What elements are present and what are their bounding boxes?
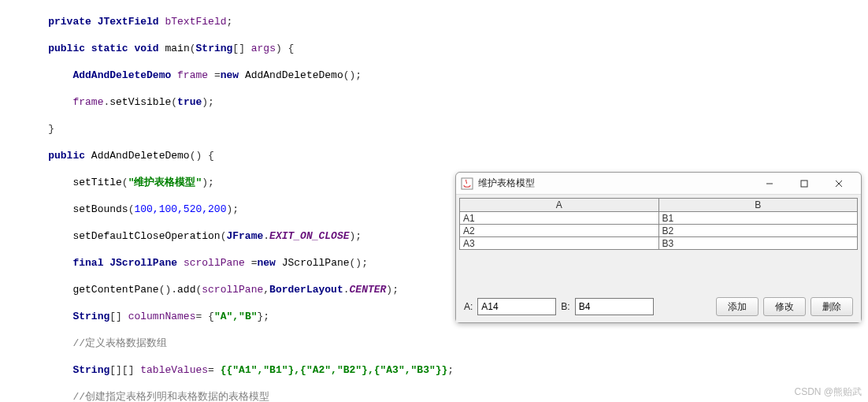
table-cell[interactable]: B1 [658,212,858,225]
titlebar[interactable]: 维护表格模型 [456,173,861,195]
maximize-button[interactable] [787,173,822,194]
minimize-icon [766,180,773,188]
app-window: 维护表格模型 A B A1 B1 [455,172,862,323]
svg-rect-2 [801,181,807,187]
input-a[interactable] [477,298,556,315]
minimize-button[interactable] [752,173,787,194]
table-header-a[interactable]: A [460,199,659,212]
table-empty-area [459,250,858,294]
table-cell[interactable]: B2 [658,225,858,237]
data-table[interactable]: A B A1 B1 A2 B2 A3 B3 [459,198,858,250]
window-title: 维护表格模型 [478,177,752,190]
table-row[interactable]: A1 B1 [460,212,858,225]
input-b[interactable] [575,298,654,315]
add-button[interactable]: 添加 [716,297,759,316]
table-row[interactable]: A3 B3 [460,237,858,250]
java-app-icon [461,177,473,190]
table-cell[interactable]: B3 [658,237,858,250]
close-icon [835,180,843,188]
label-a: A: [464,301,473,312]
table-cell[interactable]: A3 [460,237,659,250]
table-cell[interactable]: A1 [460,212,659,225]
table-row[interactable]: A2 B2 [460,225,858,237]
delete-button[interactable]: 删除 [811,297,853,316]
table-cell[interactable]: A2 [460,225,659,237]
bottom-toolbar: A: B: 添加 修改 删除 [459,294,858,319]
window-body: A B A1 B1 A2 B2 A3 B3 A: [456,195,861,322]
watermark: CSDN @熊贻武 [794,385,862,399]
svg-rect-0 [462,178,473,189]
modify-button[interactable]: 修改 [763,297,806,316]
close-button[interactable] [822,173,856,194]
label-b: B: [561,301,569,312]
maximize-icon [800,180,808,188]
table-header-b[interactable]: B [658,199,858,212]
